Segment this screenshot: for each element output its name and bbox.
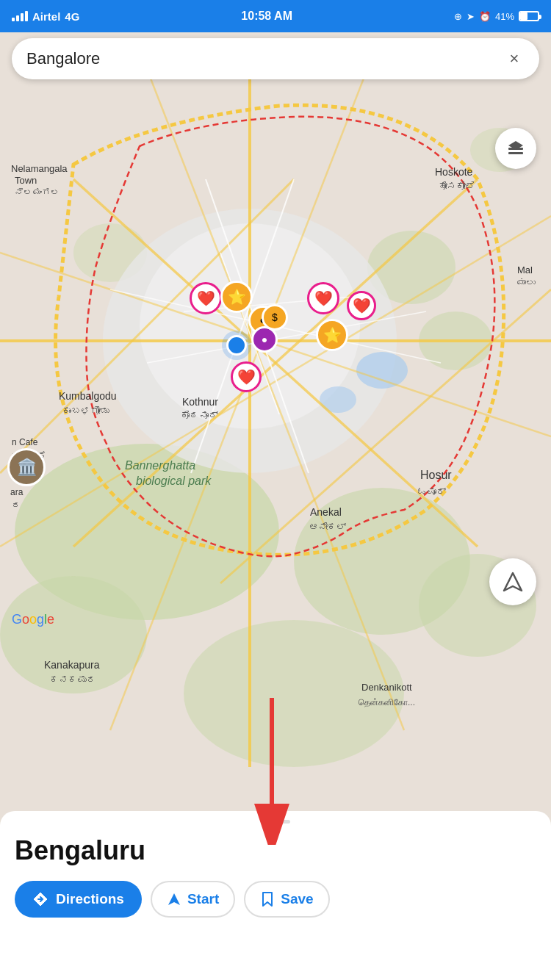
status-right: ⊕ ➤ ⏰ 41% (454, 11, 539, 22)
svg-text:ಓಷೂರ್: ಓಷೂರ್ (417, 486, 446, 497)
status-bar: Airtel 4G 10:58 AM ⊕ ➤ ⏰ 41% (0, 0, 551, 32)
time-label: 10:58 AM (241, 10, 292, 23)
status-left: Airtel 4G (12, 10, 79, 23)
location-button[interactable] (489, 558, 536, 605)
location-icon: ⊕ (454, 11, 462, 22)
svg-text:Mal: Mal (517, 264, 533, 275)
star-pin-2[interactable]: ⭐ (316, 319, 348, 351)
svg-text:Hosur: Hosur (420, 469, 452, 481)
svg-text:ಮಾಲು: ಮಾಲು (517, 278, 536, 288)
svg-text:Kanakapura: Kanakapura (44, 659, 100, 671)
heart-pin-1[interactable]: ❤️ (190, 282, 222, 314)
svg-text:Anekal: Anekal (310, 506, 342, 518)
save-icon (260, 891, 275, 907)
svg-text:தென்கனிகோ...: தென்கனிகோ... (359, 697, 415, 708)
clear-search-button[interactable]: × (504, 48, 525, 69)
svg-text:Kumbalgodu: Kumbalgodu (59, 390, 117, 402)
save-button[interactable]: Save (244, 881, 329, 918)
navigate-icon (501, 570, 525, 594)
svg-text:ara: ara (10, 487, 24, 497)
svg-text:ಕೊಠನೂರ್: ಕೊಠನೂರ್ (181, 410, 218, 421)
carrier-label: Airtel (32, 10, 60, 23)
svg-marker-45 (168, 893, 180, 905)
svg-text:n Cafe: n Cafe (12, 437, 38, 447)
svg-text:Hoskote: Hoskote (435, 166, 473, 178)
gold-coin-pin[interactable]: $ (262, 304, 288, 331)
heart-pin-3[interactable]: ❤️ (347, 291, 376, 320)
svg-text:ರ: ರ (12, 500, 21, 511)
start-button[interactable]: Start (151, 881, 235, 918)
current-location-pin (226, 335, 247, 356)
heart-pin-4[interactable]: ❤️ (231, 361, 262, 392)
signal-icon (12, 11, 28, 21)
svg-text:Bannerghatta: Bannerghatta (125, 459, 195, 472)
svg-point-12 (356, 352, 408, 389)
search-bar[interactable]: Bangalore × (12, 38, 539, 79)
network-label: 4G (65, 10, 79, 23)
search-input[interactable]: Bangalore (26, 49, 504, 68)
google-logo: Google (12, 612, 54, 627)
svg-marker-43 (504, 573, 522, 591)
svg-text:Town: Town (15, 175, 37, 186)
directions-button[interactable]: Directions (15, 881, 142, 918)
battery-icon (519, 11, 539, 21)
svg-text:biological park: biological park (136, 475, 212, 487)
battery-percent: 41% (495, 11, 514, 22)
layers-icon (505, 137, 527, 159)
svg-text:Kothnur: Kothnur (182, 396, 218, 408)
svg-text:ನೆಲಮಂಗಲ: ನೆಲಮಂಗಲ (15, 187, 60, 198)
directions-icon (32, 891, 48, 907)
svg-text:ಕನಕಪುರ: ಕನಕಪುರ (50, 674, 96, 685)
svg-text:ಹೋಸಕೋಟೆ: ಹೋಸಕೋಟೆ (438, 181, 475, 192)
start-icon (167, 892, 181, 907)
svg-text:Denkanikott: Denkanikott (361, 682, 412, 693)
svg-rect-40 (508, 152, 523, 154)
layers-button[interactable] (495, 128, 536, 169)
svg-text:Nelamangala: Nelamangala (11, 163, 68, 174)
svg-point-4 (184, 620, 404, 767)
svg-text:ಆನೇಕಲ್: ಆನೇಕಲ್ (309, 522, 346, 533)
arrow-icon: ➤ (467, 11, 475, 22)
red-arrow (250, 698, 294, 848)
heart-pin-2[interactable]: ❤️ (307, 282, 339, 314)
photo-pin[interactable]: 🏛️ (7, 448, 46, 486)
svg-text:ಕುಂಬಳಗೋಡು: ಕುಂಬಳಗೋಡು (62, 406, 109, 417)
action-buttons: Directions Start Save (15, 881, 536, 918)
alarm-icon: ⏰ (479, 11, 491, 22)
